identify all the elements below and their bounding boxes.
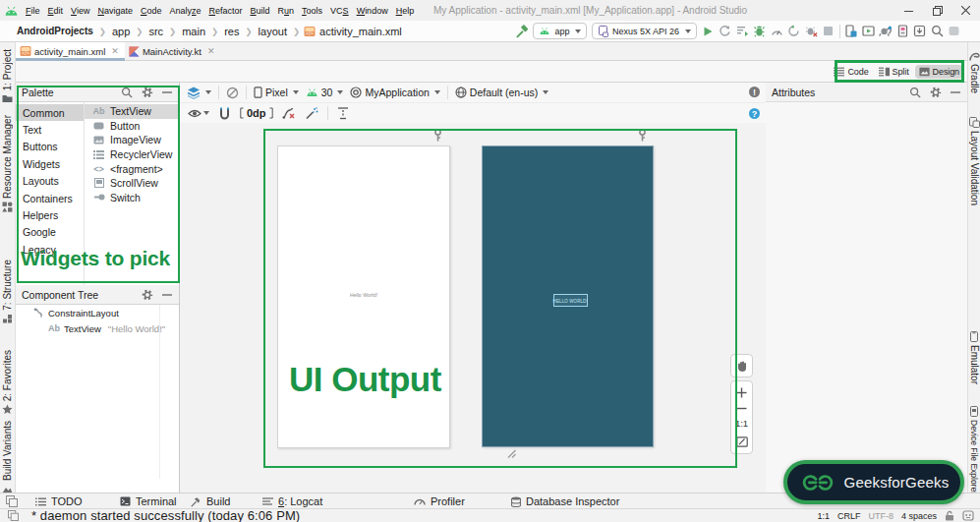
- run-configuration-select[interactable]: app: [533, 23, 587, 39]
- palette-component[interactable]: ScrollView: [85, 176, 179, 191]
- palette-category[interactable]: Text: [16, 121, 84, 138]
- blueprint-hello-world-box[interactable]: HELLO WORLD!: [553, 294, 588, 307]
- hide-panel-icon[interactable]: [951, 87, 960, 97]
- build-hammer-icon[interactable]: [516, 24, 529, 39]
- sync-gradle-icon[interactable]: [879, 24, 892, 39]
- tool-window-switcher-icon[interactable]: [8, 510, 19, 521]
- menu-item[interactable]: Code: [137, 6, 166, 16]
- tool-window-button[interactable]: 6: Logcat: [262, 493, 322, 509]
- breadcrumb-item[interactable]: src: [146, 26, 165, 37]
- notifications-icon[interactable]: [948, 24, 960, 39]
- close-tab-icon[interactable]: ✕: [111, 46, 119, 56]
- tree-item-textview[interactable]: Ab TextView "Hello World!": [16, 320, 179, 336]
- palette-component[interactable]: RecyclerView: [85, 147, 179, 162]
- zoom-to-100-button[interactable]: 1:1: [735, 418, 748, 429]
- tool-stripe-emulator[interactable]: Emulator: [968, 328, 980, 384]
- help-icon[interactable]: ?: [749, 108, 760, 119]
- attach-profiler-icon[interactable]: [787, 24, 800, 39]
- mode-code-button[interactable]: Code: [830, 65, 872, 79]
- design-canvas[interactable]: Hello World!: [277, 145, 450, 448]
- menu-item[interactable]: View: [67, 6, 93, 16]
- tool-stripe-device-file-explorer[interactable]: Device File Explorer: [968, 403, 980, 493]
- run-button[interactable]: [702, 24, 715, 39]
- search-icon[interactable]: [909, 87, 921, 98]
- running-devices-icon[interactable]: [862, 24, 875, 39]
- breadcrumb-item[interactable]: layout: [257, 26, 289, 37]
- search-icon[interactable]: [121, 87, 133, 98]
- canvas-resize-handle[interactable]: [505, 447, 516, 458]
- menu-item[interactable]: Window: [353, 6, 392, 16]
- tool-stripe-project[interactable]: 1: Project: [0, 49, 15, 106]
- guidelines-button[interactable]: [337, 107, 349, 120]
- tool-stripe-build-variants[interactable]: Build Variants: [0, 421, 15, 493]
- tab-activity-main-xml[interactable]: </> activity_main.xml ✕: [16, 42, 125, 60]
- tool-window-button[interactable]: Build: [190, 493, 230, 509]
- palette-category[interactable]: Legacy: [16, 241, 84, 258]
- palette-component[interactable]: ImageView: [85, 133, 179, 147]
- theme-select[interactable]: MyApplication: [350, 87, 439, 98]
- gear-icon[interactable]: [142, 87, 153, 98]
- tool-stripe-gradle[interactable]: Gradle: [968, 49, 980, 93]
- mode-design-button[interactable]: Design: [915, 65, 963, 79]
- line-ending[interactable]: CRLF: [837, 511, 861, 521]
- default-margins-button[interactable]: 0dp: [240, 107, 273, 119]
- stop-button[interactable]: [822, 24, 835, 39]
- palette-category[interactable]: Widgets: [16, 155, 84, 172]
- palette-category[interactable]: Common: [16, 104, 84, 121]
- close-button[interactable]: [951, 0, 980, 21]
- status-message[interactable]: * daemon started successfully (today 6:0…: [31, 508, 300, 522]
- layout-inspector-icon[interactable]: [896, 24, 909, 39]
- tool-window-button[interactable]: Profiler: [414, 493, 465, 509]
- device-manager-icon[interactable]: [844, 24, 857, 39]
- infer-constraints-button[interactable]: [305, 107, 318, 120]
- palette-component[interactable]: Button: [85, 119, 179, 134]
- tool-stripe-structure[interactable]: 7: Structure: [0, 260, 15, 326]
- device-select[interactable]: Nexus 5X API 26: [592, 23, 697, 39]
- maximize-button[interactable]: [923, 0, 951, 21]
- menu-item[interactable]: Refactor: [205, 6, 247, 16]
- gradle-daemon-icon[interactable]: [962, 510, 974, 521]
- autoconnect-button[interactable]: [218, 107, 231, 120]
- caret-position[interactable]: 1:1: [817, 511, 830, 521]
- sdk-manager-icon[interactable]: [913, 24, 926, 39]
- debug-button[interactable]: [753, 24, 766, 39]
- breadcrumb-item[interactable]: app: [110, 26, 132, 37]
- tool-stripe-resource-manager[interactable]: Resource Manager: [0, 115, 15, 215]
- apply-changes-restart-icon[interactable]: [719, 24, 731, 39]
- orientation-button[interactable]: [226, 87, 239, 99]
- locale-select[interactable]: Default (en-us): [455, 87, 548, 98]
- lock-icon[interactable]: [945, 510, 954, 521]
- blueprint-canvas[interactable]: HELLO WORLD!: [482, 145, 654, 447]
- minimize-button[interactable]: [894, 0, 923, 21]
- breadcrumb-file[interactable]: </> activity_main.xml: [304, 26, 402, 37]
- menu-item[interactable]: Run: [274, 6, 299, 16]
- zoom-to-fit-button[interactable]: [736, 436, 748, 447]
- palette-category[interactable]: Containers: [16, 190, 84, 206]
- menu-item[interactable]: Analyze: [165, 6, 204, 16]
- tree-item-constraintlayout[interactable]: ConstraintLayout: [16, 305, 179, 320]
- device-for-preview-select[interactable]: Pixel: [254, 87, 299, 98]
- design-surface[interactable]: Hello World! HELLO WORLD!: [180, 123, 766, 493]
- palette-category[interactable]: Layouts: [16, 173, 84, 190]
- search-everywhere-icon[interactable]: [931, 24, 944, 39]
- menu-item[interactable]: Build: [247, 6, 274, 16]
- tab-main-activity-kt[interactable]: MainActivity.kt ✕: [125, 42, 221, 60]
- palette-category[interactable]: Google: [16, 224, 84, 241]
- view-options-button[interactable]: [188, 108, 209, 119]
- pan-button[interactable]: [730, 354, 753, 377]
- palette-component[interactable]: <> <fragment>: [85, 161, 179, 176]
- menu-item[interactable]: Help: [392, 6, 419, 16]
- hide-panel-icon[interactable]: [162, 290, 172, 300]
- file-encoding[interactable]: UTF-8: [868, 511, 894, 521]
- palette-component[interactable]: Switch: [85, 191, 179, 205]
- breadcrumb-item[interactable]: main: [180, 26, 207, 37]
- menu-item[interactable]: Tools: [298, 6, 326, 16]
- tool-window-button[interactable]: Terminal: [120, 493, 177, 509]
- canvas-hello-world-text[interactable]: Hello World!: [319, 293, 408, 299]
- palette-component[interactable]: Ab TextView: [85, 104, 179, 119]
- apply-code-changes-icon[interactable]: [736, 24, 749, 39]
- breadcrumb-item[interactable]: res: [222, 26, 241, 37]
- menu-item[interactable]: VCS: [326, 6, 353, 16]
- tool-window-button[interactable]: TODO: [35, 493, 83, 509]
- zoom-out-button[interactable]: [736, 406, 747, 411]
